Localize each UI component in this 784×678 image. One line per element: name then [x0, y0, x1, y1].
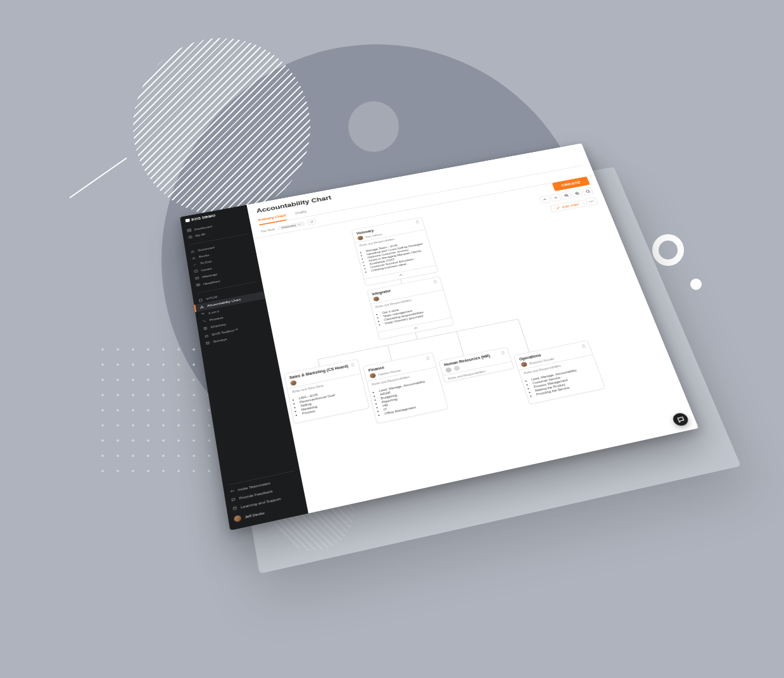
svg-point-11 — [200, 308, 201, 308]
bookmark-icon[interactable] — [415, 220, 420, 225]
connector — [388, 345, 392, 361]
target-icon — [188, 235, 193, 239]
svg-rect-9 — [199, 299, 202, 302]
chevron-up-icon — [398, 273, 404, 277]
svg-point-5 — [189, 236, 191, 237]
card-operations[interactable]: Operations Brandon Snyder Roles and Resp… — [514, 340, 606, 405]
collapse-up-button[interactable] — [539, 195, 551, 204]
alert-icon — [194, 269, 199, 273]
bookmark-icon[interactable] — [350, 363, 356, 368]
card-hr[interactable]: Human Resources (HR) Roles and Responsib… — [438, 347, 514, 383]
dashboard-icon — [187, 229, 191, 232]
card-visionary[interactable]: Visionary Tom Wilson Roles and Responsib… — [351, 217, 438, 286]
pencil-icon — [555, 206, 560, 210]
toolbox-icon — [204, 334, 209, 338]
zoom-out-icon — [564, 193, 569, 198]
chat-fab[interactable] — [671, 412, 690, 427]
user-plus-icon — [229, 489, 235, 494]
zoom-fit-button[interactable] — [582, 187, 594, 196]
help-icon — [232, 506, 238, 511]
logo-icon — [186, 218, 190, 222]
decor-ring — [652, 234, 684, 266]
more-icon — [588, 200, 595, 203]
filter-top-seat[interactable]: Visionary — [277, 221, 305, 230]
svg-point-24 — [592, 201, 593, 202]
survey-icon — [205, 341, 210, 345]
org-icon — [199, 305, 205, 310]
user-name: Jeff Devito — [244, 510, 265, 520]
decor-dot — [690, 279, 702, 290]
svg-rect-2 — [187, 231, 189, 232]
chevron-up-icon — [413, 326, 419, 331]
zoom-out-button[interactable] — [560, 191, 572, 200]
zoom-in-button[interactable] — [571, 189, 583, 198]
more-button[interactable] — [585, 197, 598, 206]
svg-point-17 — [231, 490, 232, 491]
svg-rect-3 — [190, 230, 191, 232]
filter-label: Top Seat — [260, 227, 275, 232]
news-icon — [196, 283, 201, 287]
connector — [317, 359, 320, 367]
flow-icon — [201, 319, 206, 323]
nav-label: Surveys — [213, 337, 227, 344]
svg-point-22 — [589, 201, 590, 203]
doc-icon — [198, 298, 203, 303]
avatar — [445, 367, 452, 373]
svg-point-23 — [591, 201, 592, 202]
avatar — [521, 361, 528, 367]
calendar-icon — [194, 276, 199, 280]
refresh-button[interactable] — [307, 218, 316, 225]
svg-point-14 — [203, 313, 205, 315]
svg-rect-0 — [187, 229, 189, 230]
chart-icon — [190, 249, 195, 253]
nav-label: Headlines — [203, 279, 220, 286]
refresh-icon — [309, 220, 314, 223]
chevron-down-icon — [553, 196, 559, 200]
svg-point-21 — [586, 190, 590, 192]
svg-rect-8 — [196, 284, 199, 286]
svg-point-4 — [189, 235, 193, 239]
bookmark-icon[interactable] — [425, 356, 431, 361]
filter-value: Visionary — [281, 223, 296, 229]
svg-rect-1 — [189, 229, 191, 230]
nav-label: My 90 — [195, 232, 206, 238]
avatar — [453, 365, 460, 371]
avatar — [357, 235, 364, 241]
avatar — [290, 380, 297, 386]
connector — [456, 331, 464, 356]
zoom-fit-icon — [585, 189, 591, 194]
chevron-up-icon — [542, 198, 548, 202]
card-sales-marketing[interactable]: Sales & Marketing (CS Heard) Roles and S… — [284, 359, 369, 424]
svg-point-10 — [201, 306, 203, 306]
bookmark-icon[interactable] — [433, 280, 438, 284]
zoom-in-icon — [574, 191, 580, 196]
card-integrator[interactable]: Integrator Roles and Responsibilities Ge… — [367, 276, 454, 339]
comment-icon — [231, 497, 236, 502]
connector — [518, 318, 530, 352]
decor-line — [69, 158, 127, 199]
edit-label: Edit chart — [561, 203, 579, 209]
chevron-down-icon — [298, 222, 302, 225]
expand-down-button[interactable] — [550, 193, 562, 202]
book-icon — [203, 326, 208, 330]
people-icon — [201, 312, 206, 317]
svg-point-13 — [201, 313, 203, 315]
card-finance[interactable]: Finance Nathan Rouse Roles and Responsib… — [363, 352, 449, 424]
rocks-icon — [191, 256, 196, 260]
edit-chart-button[interactable]: Edit chart — [550, 199, 585, 212]
check-icon — [193, 263, 198, 267]
svg-rect-15 — [205, 335, 208, 337]
chat-icon — [676, 416, 685, 424]
avatar — [369, 373, 376, 379]
avatar — [234, 515, 242, 522]
avatar — [373, 296, 380, 302]
